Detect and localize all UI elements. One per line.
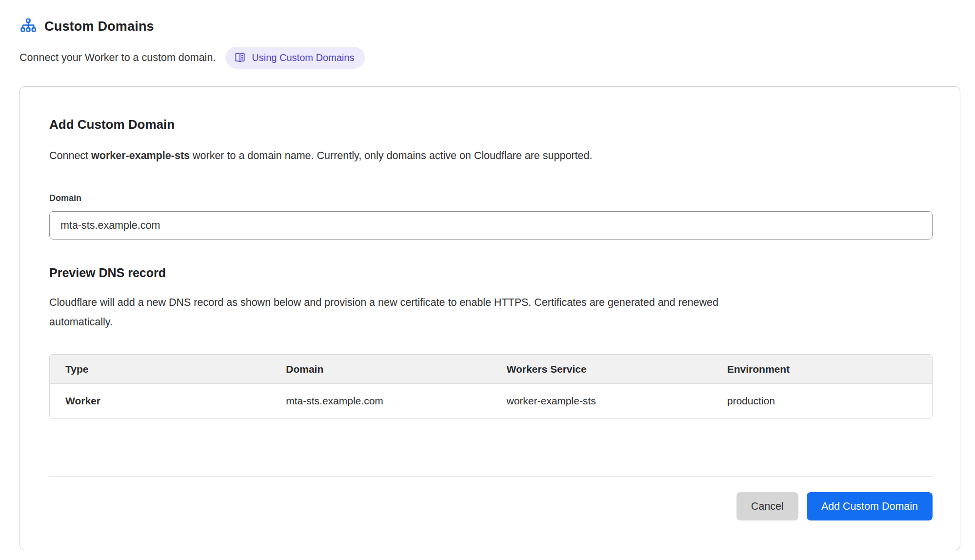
open-book-icon bbox=[234, 52, 246, 63]
cancel-button[interactable]: Cancel bbox=[736, 492, 798, 520]
custom-domains-page: Custom Domains Connect your Worker to a … bbox=[0, 0, 975, 550]
domain-input[interactable] bbox=[49, 211, 933, 240]
using-custom-domains-label: Using Custom Domains bbox=[252, 52, 354, 63]
add-custom-domain-card: Add Custom Domain Connect worker-example… bbox=[20, 86, 960, 550]
worker-name: worker-example-sts bbox=[91, 150, 190, 161]
page-subtitle: Connect your Worker to a custom domain. bbox=[20, 52, 216, 64]
card-intro-text: Connect worker-example-sts worker to a d… bbox=[49, 150, 933, 162]
preview-dns-title: Preview DNS record bbox=[49, 266, 933, 280]
table-header-row: Type Domain Workers Service Environment bbox=[50, 355, 932, 384]
table-row: Worker mta-sts.example.com worker-exampl… bbox=[50, 384, 932, 418]
footer-divider bbox=[49, 476, 933, 477]
domain-field-label: Domain bbox=[49, 193, 933, 203]
column-header-type: Type bbox=[50, 355, 270, 384]
dns-preview-table: Type Domain Workers Service Environment … bbox=[49, 354, 933, 419]
card-title: Add Custom Domain bbox=[49, 117, 933, 132]
page-header: Custom Domains bbox=[20, 18, 960, 35]
intro-suffix: worker to a domain name. Currently, only… bbox=[190, 150, 592, 161]
add-custom-domain-button[interactable]: Add Custom Domain bbox=[807, 492, 933, 520]
sitemap-icon bbox=[20, 18, 37, 35]
preview-dns-description: Cloudflare will add a new DNS record as … bbox=[49, 293, 771, 332]
card-actions: Cancel Add Custom Domain bbox=[49, 492, 933, 520]
column-header-workers-service: Workers Service bbox=[491, 355, 712, 384]
cell-workers-service: worker-example-sts bbox=[491, 384, 712, 418]
page-subheader: Connect your Worker to a custom domain. … bbox=[20, 47, 960, 69]
intro-prefix: Connect bbox=[49, 150, 91, 161]
column-header-domain: Domain bbox=[270, 355, 491, 384]
cell-domain: mta-sts.example.com bbox=[270, 384, 491, 418]
page-title: Custom Domains bbox=[44, 19, 154, 34]
using-custom-domains-link[interactable]: Using Custom Domains bbox=[225, 47, 365, 69]
cell-environment: production bbox=[712, 384, 932, 418]
cell-type: Worker bbox=[50, 384, 270, 418]
column-header-environment: Environment bbox=[712, 355, 932, 384]
